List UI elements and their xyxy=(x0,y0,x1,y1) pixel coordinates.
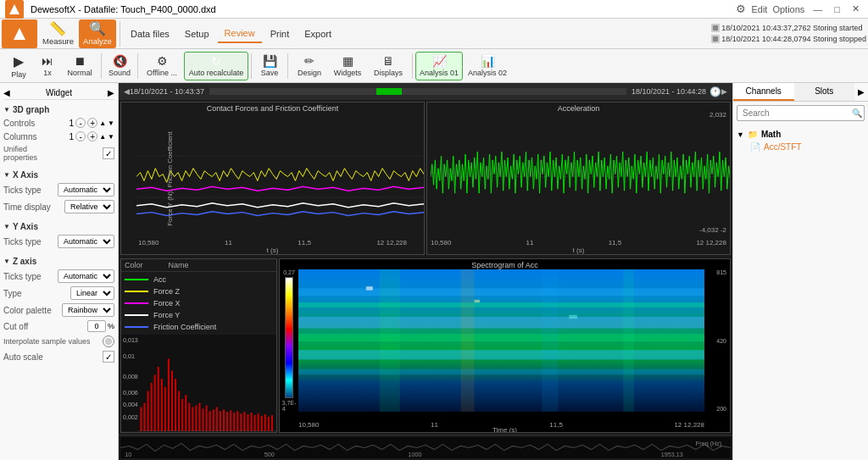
section-3d-header[interactable]: ▼ 3D graph xyxy=(3,103,114,116)
color-scale: 0,27 3,7E-4 xyxy=(283,269,295,412)
tree-math-folder[interactable]: ▼ 📁 Math xyxy=(737,128,865,141)
cf-x-mid2: 11,5 xyxy=(298,239,311,247)
analyze-icon: 🔍 xyxy=(89,22,106,36)
tb-sep3 xyxy=(251,53,252,79)
save-button[interactable]: 💾 Save xyxy=(254,52,285,80)
close-button[interactable]: ✕ xyxy=(849,3,863,14)
nav-right-arrow[interactable]: ▶ xyxy=(721,87,727,96)
controls-plus[interactable]: + xyxy=(87,118,97,128)
menu-export[interactable]: Export xyxy=(298,25,338,42)
file-label: Acc/STFT xyxy=(764,142,801,152)
spectrogram-display xyxy=(298,269,704,412)
tab-slots[interactable]: Slots xyxy=(794,83,855,101)
clock-icon: 🕐 xyxy=(709,86,721,97)
design-icon: ✏ xyxy=(304,54,314,68)
spec-x-end: 12 12,228 xyxy=(674,421,704,429)
acc-xaxis: 10,580 11 11,5 12 12,228 xyxy=(427,239,730,247)
svg-text:10: 10 xyxy=(125,451,131,458)
svg-text:1953,13: 1953,13 xyxy=(661,451,683,458)
expand-icon: ▶ xyxy=(858,87,865,97)
analyze-button[interactable]: 🔍 Analyze xyxy=(79,19,116,48)
controls-up[interactable]: ▲ xyxy=(99,119,106,127)
spectrogram-chart: Spectrogram of Acc 0,27 3,7E-4 xyxy=(279,258,731,433)
z-type-select[interactable]: Linear xyxy=(70,286,114,300)
widget-left-arrow[interactable]: ◀ xyxy=(3,88,10,97)
z-ticks-label: Ticks type xyxy=(3,272,42,281)
y-axis-header[interactable]: ▼ Y Axis xyxy=(3,220,114,233)
tab-channels[interactable]: Channels xyxy=(733,83,794,101)
analysis02-button[interactable]: 📊 Analysis 02 xyxy=(464,52,511,80)
menu-setup[interactable]: Setup xyxy=(178,25,216,42)
widgets-button[interactable]: ▦ Widgets xyxy=(329,52,366,80)
svg-rect-49 xyxy=(254,415,256,431)
legend-color-acc xyxy=(125,279,148,280)
offline-button[interactable]: ⚙ Offline ... xyxy=(141,52,183,80)
z-autoscale-label: Auto scale xyxy=(3,352,43,362)
maximize-button[interactable]: □ xyxy=(831,4,843,14)
x-ticks-select[interactable]: Automatic xyxy=(58,183,114,197)
svg-rect-22 xyxy=(161,379,163,431)
z-interp-label: Interpolate sample values xyxy=(3,337,91,346)
columns-plus[interactable]: + xyxy=(87,131,97,141)
z-interp-radio[interactable] xyxy=(103,335,114,347)
svg-rect-26 xyxy=(175,379,176,431)
analysis01-icon: 📈 xyxy=(432,54,447,68)
svg-marker-0 xyxy=(9,4,19,14)
minimize-button[interactable]: — xyxy=(810,4,826,14)
menu-datafiles[interactable]: Data files xyxy=(124,25,176,42)
measure-button[interactable]: 📏 Measure xyxy=(39,19,77,48)
columns-down[interactable]: ▼ xyxy=(108,133,114,141)
search-input[interactable] xyxy=(739,107,852,119)
app-logo-btn[interactable] xyxy=(2,19,37,48)
play-button[interactable]: ▶ Play xyxy=(3,52,34,80)
tree-acc-stft[interactable]: 📄 Acc/STFT xyxy=(737,141,865,153)
controls-down[interactable]: ▼ xyxy=(108,119,114,127)
menu-print[interactable]: Print xyxy=(264,25,297,42)
z-cutoff-input[interactable] xyxy=(87,320,106,332)
auto-recalc-button[interactable]: ↻ Auto recalculate xyxy=(184,52,248,80)
z-autoscale-checkbox[interactable]: ✓ xyxy=(103,351,114,363)
x-axis-header[interactable]: ▼ X Axis xyxy=(3,169,114,181)
x-time-select[interactable]: Relative xyxy=(64,200,114,213)
z-axis-header[interactable]: ▼ Z axis xyxy=(3,255,114,268)
sound-button[interactable]: 🔇 Sound xyxy=(104,52,135,80)
columns-minus[interactable]: - xyxy=(75,131,86,141)
controls-label: Controls xyxy=(3,119,35,128)
speed-button[interactable]: ⏭ 1x xyxy=(35,52,60,80)
z-ticks-select[interactable]: Automatic xyxy=(58,269,114,283)
z-cutoff-row: Cut off % xyxy=(3,319,114,334)
controls-stepper: 1 - + ▲ ▼ xyxy=(70,118,114,128)
columns-stepper: 1 - + ▲ ▼ xyxy=(70,131,114,141)
normal-button[interactable]: ⏹ Normal xyxy=(61,52,98,80)
menu-review[interactable]: Review xyxy=(218,25,262,43)
options-button[interactable]: Options xyxy=(772,4,804,14)
spectrogram-svg xyxy=(298,269,704,412)
edit-button[interactable]: Edit xyxy=(751,4,767,14)
svg-rect-42 xyxy=(230,410,231,431)
columns-up[interactable]: ▲ xyxy=(99,133,106,141)
analysis01-button[interactable]: 📈 Analysis 01 xyxy=(415,52,463,80)
y-ticks-select[interactable]: Automatic xyxy=(58,235,114,248)
play-icon: ▶ xyxy=(14,53,24,69)
displays-button[interactable]: 🖥 Displays xyxy=(367,52,409,80)
z-color-select[interactable]: Rainbow xyxy=(62,303,114,317)
contact-forces-svg xyxy=(136,114,425,239)
tab-expand[interactable]: ▶ xyxy=(854,83,868,101)
mini-timeline-svg: 10 500 1000 1953,13 Freq (Hz) xyxy=(120,437,731,458)
settings-icon[interactable]: ⚙ xyxy=(736,3,746,15)
nav-left-arrow[interactable]: ◀ xyxy=(124,87,130,96)
svg-rect-34 xyxy=(203,408,204,431)
svg-rect-40 xyxy=(223,409,225,431)
z-cutoff-label: Cut off xyxy=(3,322,28,331)
controls-minus[interactable]: - xyxy=(75,118,86,128)
z-autoscale-row: Auto scale ✓ xyxy=(3,349,114,364)
svg-text:1000: 1000 xyxy=(408,451,421,458)
titlebar-left: DewesoftX - Datafile: Touch_P400_0000.dx… xyxy=(5,0,216,19)
unified-checkbox[interactable]: ✓ xyxy=(103,147,114,159)
widget-right-arrow[interactable]: ▶ xyxy=(108,88,114,97)
design-button[interactable]: ✏ Design xyxy=(291,52,328,80)
timeline-track[interactable] xyxy=(209,88,626,95)
svg-rect-64 xyxy=(461,269,475,412)
search-icon: 🔍 xyxy=(852,108,862,118)
save-icon: 💾 xyxy=(263,54,277,68)
